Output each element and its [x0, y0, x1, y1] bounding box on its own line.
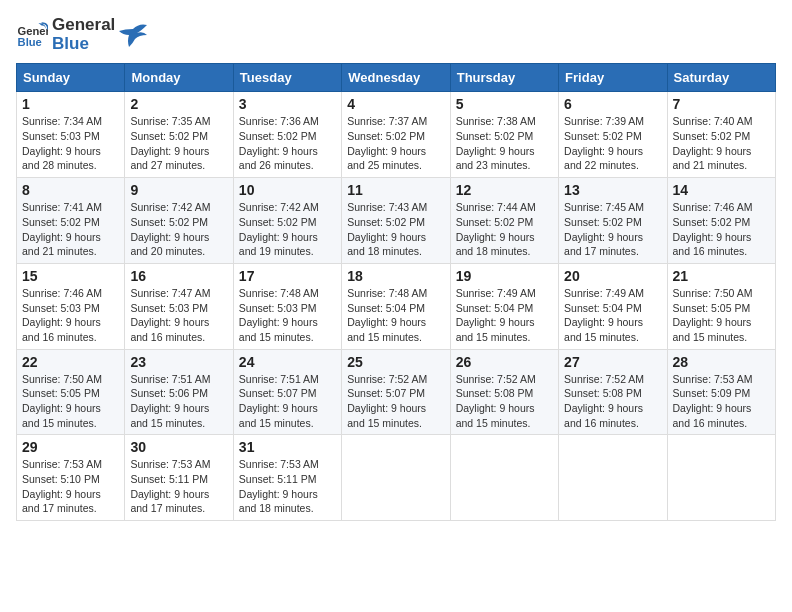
logo-bird-icon [119, 21, 147, 49]
day-number: 20 [564, 268, 661, 284]
day-number: 29 [22, 439, 119, 455]
calendar-cell: 20 Sunrise: 7:49 AM Sunset: 5:04 PM Dayl… [559, 263, 667, 349]
day-number: 3 [239, 96, 336, 112]
calendar-cell [667, 435, 775, 521]
header-thursday: Thursday [450, 64, 558, 92]
calendar-week-2: 8 Sunrise: 7:41 AM Sunset: 5:02 PM Dayli… [17, 178, 776, 264]
svg-text:General: General [18, 25, 48, 37]
svg-text:Blue: Blue [18, 36, 42, 48]
day-info: Sunrise: 7:51 AM Sunset: 5:06 PM Dayligh… [130, 372, 227, 431]
calendar-cell: 25 Sunrise: 7:52 AM Sunset: 5:07 PM Dayl… [342, 349, 450, 435]
calendar-header-row: SundayMondayTuesdayWednesdayThursdayFrid… [17, 64, 776, 92]
calendar-cell [559, 435, 667, 521]
day-number: 24 [239, 354, 336, 370]
calendar-week-3: 15 Sunrise: 7:46 AM Sunset: 5:03 PM Dayl… [17, 263, 776, 349]
day-number: 18 [347, 268, 444, 284]
calendar-cell: 12 Sunrise: 7:44 AM Sunset: 5:02 PM Dayl… [450, 178, 558, 264]
day-number: 23 [130, 354, 227, 370]
calendar-cell: 28 Sunrise: 7:53 AM Sunset: 5:09 PM Dayl… [667, 349, 775, 435]
day-info: Sunrise: 7:38 AM Sunset: 5:02 PM Dayligh… [456, 114, 553, 173]
day-number: 5 [456, 96, 553, 112]
day-number: 26 [456, 354, 553, 370]
calendar-cell: 13 Sunrise: 7:45 AM Sunset: 5:02 PM Dayl… [559, 178, 667, 264]
day-number: 22 [22, 354, 119, 370]
calendar-cell [342, 435, 450, 521]
day-info: Sunrise: 7:46 AM Sunset: 5:03 PM Dayligh… [22, 286, 119, 345]
day-info: Sunrise: 7:52 AM Sunset: 5:08 PM Dayligh… [564, 372, 661, 431]
calendar-cell: 4 Sunrise: 7:37 AM Sunset: 5:02 PM Dayli… [342, 92, 450, 178]
day-number: 15 [22, 268, 119, 284]
day-number: 10 [239, 182, 336, 198]
calendar-cell: 14 Sunrise: 7:46 AM Sunset: 5:02 PM Dayl… [667, 178, 775, 264]
logo-general: General [52, 16, 115, 35]
day-number: 14 [673, 182, 770, 198]
day-info: Sunrise: 7:51 AM Sunset: 5:07 PM Dayligh… [239, 372, 336, 431]
calendar-cell: 21 Sunrise: 7:50 AM Sunset: 5:05 PM Dayl… [667, 263, 775, 349]
calendar-cell: 17 Sunrise: 7:48 AM Sunset: 5:03 PM Dayl… [233, 263, 341, 349]
day-info: Sunrise: 7:46 AM Sunset: 5:02 PM Dayligh… [673, 200, 770, 259]
calendar-cell: 22 Sunrise: 7:50 AM Sunset: 5:05 PM Dayl… [17, 349, 125, 435]
calendar-cell: 7 Sunrise: 7:40 AM Sunset: 5:02 PM Dayli… [667, 92, 775, 178]
calendar-week-4: 22 Sunrise: 7:50 AM Sunset: 5:05 PM Dayl… [17, 349, 776, 435]
day-number: 25 [347, 354, 444, 370]
day-number: 4 [347, 96, 444, 112]
day-info: Sunrise: 7:43 AM Sunset: 5:02 PM Dayligh… [347, 200, 444, 259]
calendar-cell: 19 Sunrise: 7:49 AM Sunset: 5:04 PM Dayl… [450, 263, 558, 349]
day-info: Sunrise: 7:39 AM Sunset: 5:02 PM Dayligh… [564, 114, 661, 173]
calendar-cell: 2 Sunrise: 7:35 AM Sunset: 5:02 PM Dayli… [125, 92, 233, 178]
header-friday: Friday [559, 64, 667, 92]
day-info: Sunrise: 7:49 AM Sunset: 5:04 PM Dayligh… [456, 286, 553, 345]
day-info: Sunrise: 7:48 AM Sunset: 5:03 PM Dayligh… [239, 286, 336, 345]
day-number: 17 [239, 268, 336, 284]
page-header: General Blue General Blue [16, 16, 776, 53]
day-info: Sunrise: 7:52 AM Sunset: 5:07 PM Dayligh… [347, 372, 444, 431]
day-info: Sunrise: 7:34 AM Sunset: 5:03 PM Dayligh… [22, 114, 119, 173]
day-info: Sunrise: 7:52 AM Sunset: 5:08 PM Dayligh… [456, 372, 553, 431]
day-info: Sunrise: 7:35 AM Sunset: 5:02 PM Dayligh… [130, 114, 227, 173]
day-info: Sunrise: 7:40 AM Sunset: 5:02 PM Dayligh… [673, 114, 770, 173]
header-wednesday: Wednesday [342, 64, 450, 92]
day-info: Sunrise: 7:53 AM Sunset: 5:10 PM Dayligh… [22, 457, 119, 516]
calendar-cell [450, 435, 558, 521]
day-number: 21 [673, 268, 770, 284]
calendar-cell: 16 Sunrise: 7:47 AM Sunset: 5:03 PM Dayl… [125, 263, 233, 349]
calendar-cell: 27 Sunrise: 7:52 AM Sunset: 5:08 PM Dayl… [559, 349, 667, 435]
calendar-cell: 11 Sunrise: 7:43 AM Sunset: 5:02 PM Dayl… [342, 178, 450, 264]
day-info: Sunrise: 7:48 AM Sunset: 5:04 PM Dayligh… [347, 286, 444, 345]
calendar-cell: 10 Sunrise: 7:42 AM Sunset: 5:02 PM Dayl… [233, 178, 341, 264]
day-info: Sunrise: 7:36 AM Sunset: 5:02 PM Dayligh… [239, 114, 336, 173]
day-info: Sunrise: 7:45 AM Sunset: 5:02 PM Dayligh… [564, 200, 661, 259]
day-number: 9 [130, 182, 227, 198]
day-info: Sunrise: 7:37 AM Sunset: 5:02 PM Dayligh… [347, 114, 444, 173]
day-number: 11 [347, 182, 444, 198]
calendar-cell: 1 Sunrise: 7:34 AM Sunset: 5:03 PM Dayli… [17, 92, 125, 178]
calendar-table: SundayMondayTuesdayWednesdayThursdayFrid… [16, 63, 776, 521]
day-number: 8 [22, 182, 119, 198]
day-number: 19 [456, 268, 553, 284]
day-info: Sunrise: 7:42 AM Sunset: 5:02 PM Dayligh… [130, 200, 227, 259]
day-number: 30 [130, 439, 227, 455]
day-number: 2 [130, 96, 227, 112]
calendar-week-1: 1 Sunrise: 7:34 AM Sunset: 5:03 PM Dayli… [17, 92, 776, 178]
header-tuesday: Tuesday [233, 64, 341, 92]
calendar-cell: 31 Sunrise: 7:53 AM Sunset: 5:11 PM Dayl… [233, 435, 341, 521]
day-info: Sunrise: 7:50 AM Sunset: 5:05 PM Dayligh… [673, 286, 770, 345]
header-saturday: Saturday [667, 64, 775, 92]
calendar-cell: 6 Sunrise: 7:39 AM Sunset: 5:02 PM Dayli… [559, 92, 667, 178]
day-number: 31 [239, 439, 336, 455]
day-info: Sunrise: 7:49 AM Sunset: 5:04 PM Dayligh… [564, 286, 661, 345]
calendar-cell: 8 Sunrise: 7:41 AM Sunset: 5:02 PM Dayli… [17, 178, 125, 264]
calendar-cell: 18 Sunrise: 7:48 AM Sunset: 5:04 PM Dayl… [342, 263, 450, 349]
header-monday: Monday [125, 64, 233, 92]
day-info: Sunrise: 7:47 AM Sunset: 5:03 PM Dayligh… [130, 286, 227, 345]
day-number: 1 [22, 96, 119, 112]
day-info: Sunrise: 7:53 AM Sunset: 5:09 PM Dayligh… [673, 372, 770, 431]
day-number: 12 [456, 182, 553, 198]
calendar-cell: 3 Sunrise: 7:36 AM Sunset: 5:02 PM Dayli… [233, 92, 341, 178]
day-number: 16 [130, 268, 227, 284]
day-info: Sunrise: 7:44 AM Sunset: 5:02 PM Dayligh… [456, 200, 553, 259]
day-number: 6 [564, 96, 661, 112]
calendar-cell: 30 Sunrise: 7:53 AM Sunset: 5:11 PM Dayl… [125, 435, 233, 521]
day-number: 13 [564, 182, 661, 198]
calendar-cell: 29 Sunrise: 7:53 AM Sunset: 5:10 PM Dayl… [17, 435, 125, 521]
